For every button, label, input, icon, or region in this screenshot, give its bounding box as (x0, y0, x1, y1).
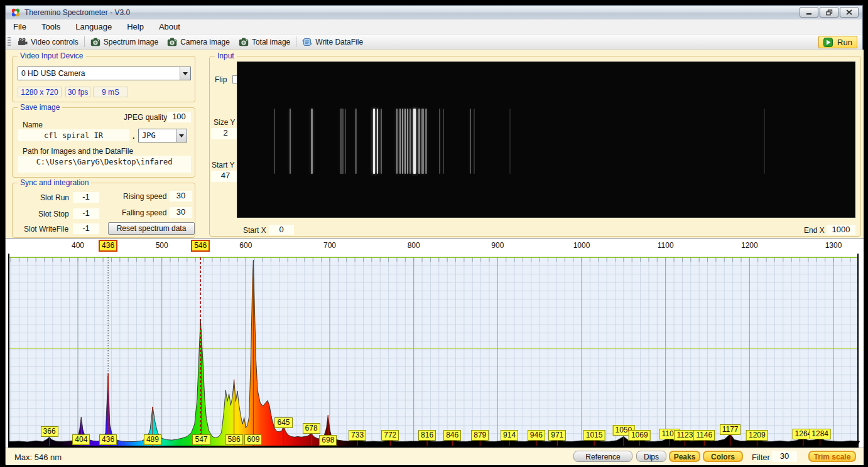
peak-label: 609 (244, 434, 262, 445)
camera-preview[interactable] (237, 62, 855, 218)
slot-run-label: Slot Run (40, 193, 69, 202)
spectral-line (407, 109, 408, 174)
toolbar-button-camera-image[interactable]: Camera image (163, 36, 234, 48)
axis-tick-label: 800 (408, 241, 420, 250)
peak-label: 1069 (629, 430, 651, 441)
falling-speed-field[interactable]: 30 (170, 207, 192, 218)
axis-tick-label: 1100 (658, 241, 674, 250)
app-window: Theremino Spectrometer - V3.0 FileToolsL… (5, 5, 863, 464)
peak-label: 1123 (675, 430, 696, 441)
peak-label: 946 (528, 430, 545, 441)
peak-label: 645 (274, 417, 292, 428)
axis-tick-label: 1200 (741, 241, 758, 250)
format-value: JPG (139, 131, 176, 140)
trim-scale-button[interactable]: Trim scale (808, 451, 856, 462)
axis-tick-label: 1300 (825, 241, 842, 250)
start-y-field[interactable]: 47 (211, 171, 240, 182)
toolbar-button-video-controls[interactable]: Video controls (13, 36, 83, 48)
menu-item-file[interactable]: File (6, 20, 34, 33)
status-bar: Max: 546 nm Reference Dips Peaks Colors … (6, 448, 864, 465)
sync-group-title: Sync and integration (18, 178, 91, 187)
path-field[interactable]: C:\Users\GaryG\Desktop\infared (18, 156, 191, 173)
spectral-line (290, 109, 291, 174)
peak-label: 404 (72, 434, 90, 445)
peak-label: 1015 (583, 430, 605, 441)
filename-field[interactable]: cfl spiral IR (18, 129, 129, 141)
filter-field[interactable]: 30 (772, 451, 797, 462)
size-y-field[interactable]: 2 (211, 128, 240, 139)
spectral-line (396, 109, 398, 174)
spectral-line (413, 109, 416, 174)
spectrum-chart[interactable]: 4005006007008009001000110012001300436546… (6, 238, 864, 448)
format-select[interactable]: JPG (138, 129, 187, 142)
toolbar-grip[interactable] (8, 37, 11, 47)
toolbar-separator (84, 36, 85, 47)
menu-item-help[interactable]: Help (119, 20, 151, 33)
reference-button[interactable]: Reference (573, 451, 632, 462)
minimize-button[interactable] (800, 7, 818, 18)
resolution-box[interactable]: 1280 x 720 (18, 87, 62, 97)
jpeg-quality-field[interactable]: 100 (167, 112, 191, 122)
slot-run-field[interactable]: -1 (73, 192, 99, 203)
save-image-group: Save image JPEG quality 100 Name cfl spi… (12, 107, 195, 178)
menu-bar: FileToolsLanguageHelpAbout (6, 19, 862, 35)
spectral-line (410, 109, 411, 174)
peak-label: 698 (319, 435, 337, 446)
run-button[interactable]: Run (818, 36, 857, 48)
chevron-down-icon[interactable] (180, 67, 190, 80)
restore-button[interactable] (820, 7, 838, 18)
peak-label: 547 (192, 434, 210, 445)
rising-speed-field[interactable]: 30 (170, 191, 192, 201)
start-x-field[interactable]: 0 (269, 225, 294, 235)
end-x-field[interactable]: 1000 (827, 225, 855, 235)
exposure-box[interactable]: 9 mS (93, 87, 128, 97)
spectral-line (274, 109, 275, 174)
axis-tick-label: 600 (239, 241, 252, 250)
photo-camera-icon (239, 38, 249, 46)
spectral-line (381, 109, 382, 174)
menu-item-tools[interactable]: Tools (34, 20, 68, 33)
spectral-line (443, 109, 444, 174)
video-device-select[interactable]: 0 HD USB Camera (18, 67, 191, 80)
toolbar-button-spectrum-image[interactable]: Spectrum image (86, 36, 163, 48)
spectral-line (340, 109, 344, 174)
peak-label: 489 (144, 434, 161, 445)
close-icon (846, 9, 852, 15)
peak-label: 772 (381, 430, 399, 441)
chevron-down-icon[interactable] (176, 129, 187, 142)
peak-label: 1209 (746, 430, 768, 441)
spectral-line (474, 109, 475, 174)
filter-label: Filter (752, 453, 770, 462)
max-peak-readout: Max: 546 nm (14, 453, 62, 462)
main-panel: Video Input Device 0 HD USB Camera 1280 … (6, 50, 864, 238)
axis-tick-label: 900 (491, 241, 504, 250)
peak-label: 436 (99, 434, 117, 445)
spectral-line (373, 109, 375, 174)
colors-button[interactable]: Colors (703, 451, 743, 462)
axis-highlight-label: 436 (99, 240, 117, 252)
peak-label: 1146 (693, 430, 715, 441)
slot-writefile-field[interactable]: -1 (73, 223, 99, 234)
run-label: Run (837, 38, 852, 47)
menu-item-about[interactable]: About (151, 20, 188, 33)
spectral-line (345, 109, 346, 174)
start-x-label: Start X (243, 226, 266, 235)
window-title: Theremino Spectrometer - V3.0 (24, 8, 130, 17)
close-button[interactable] (840, 7, 859, 18)
spectral-line (404, 109, 406, 174)
peak-label: 879 (471, 430, 489, 441)
title-bar[interactable]: Theremino Spectrometer - V3.0 (6, 6, 862, 19)
fps-box[interactable]: 30 fps (65, 87, 90, 97)
video-input-group: Video Input Device 0 HD USB Camera 1280 … (12, 56, 195, 102)
reset-spectrum-button[interactable]: Reset spectrum data (108, 222, 195, 235)
peaks-button[interactable]: Peaks (669, 451, 700, 462)
toolbar-button-write-datafile[interactable]: Write DataFile (298, 36, 367, 48)
toolbar-button-total-image[interactable]: Total image (234, 36, 295, 48)
dips-button[interactable]: Dips (636, 451, 666, 462)
toolbar-button-label: Total image (252, 38, 290, 46)
menu-item-language[interactable]: Language (68, 20, 119, 33)
slot-stop-field[interactable]: -1 (73, 208, 99, 219)
restore-icon (826, 9, 833, 16)
spectrum-plot[interactable] (6, 239, 864, 448)
slot-writefile-label: Slot WriteFile (24, 225, 68, 234)
